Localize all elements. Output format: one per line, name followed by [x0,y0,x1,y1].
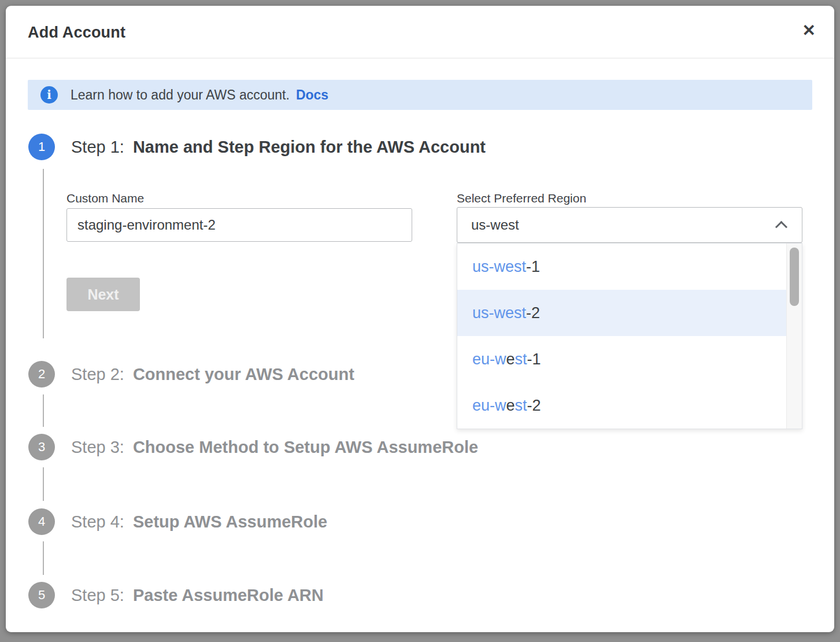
step-3-title: Choose Method to Setup AWS AssumeRole [133,438,478,457]
page-title: Add Account [28,24,125,42]
option-text-segment: -1 [526,258,540,276]
step-1-indicator: 1 [28,134,55,160]
option-text-segment: -2 [526,304,540,322]
step-5-label: Step 5: [71,586,124,605]
step-connector-4 [43,541,44,575]
custom-name-label: Custom Name [66,191,144,205]
option-eu-west-2[interactable]: eu-w e st -2 [457,382,786,429]
dropdown-scrollbar-track[interactable] [786,243,802,429]
option-us-west-1[interactable]: us-west -1 [457,243,786,290]
step-2-title: Connect your AWS Account [133,365,354,384]
step-connector-3 [43,467,44,501]
option-text-segment: st [515,397,527,415]
step-3-label: Step 3: [71,438,124,457]
region-search-input[interactable] [457,208,764,242]
region-option-list: us-west -1 us-west -2 eu-w e st -1 eu-w … [457,243,786,429]
next-button[interactable]: Next [66,278,140,311]
step-5-indicator: 5 [28,582,55,608]
region-combobox[interactable] [457,207,802,243]
docs-link[interactable]: Docs [296,87,328,103]
option-text-segment: us-west [472,304,526,322]
step-connector-1 [43,169,44,338]
step-2-indicator: 2 [28,361,55,388]
option-text-segment: e [506,397,515,415]
step-2-row: 2 Step 2: Connect your AWS Account [28,361,354,388]
option-text-segment: -2 [527,397,541,415]
step-1-title: Name and Step Region for the AWS Account [133,138,486,157]
step-connector-2 [43,394,44,427]
step-1-label: Step 1: [71,138,124,157]
step-4-title: Setup AWS AssumeRole [133,512,327,532]
modal-header: Add Account ✕ [6,6,834,58]
chevron-up-icon[interactable] [775,221,787,233]
step-5-row: 5 Step 5: Paste AssumeRole ARN [28,582,324,608]
info-icon: i [40,86,58,104]
close-icon[interactable]: ✕ [802,23,816,39]
option-text-segment: eu-w [472,397,506,415]
region-label: Select Preferred Region [457,191,586,205]
option-text-segment: eu-w [472,350,506,368]
step-5-title: Paste AssumeRole ARN [133,586,324,605]
option-text-segment: st [515,350,527,368]
custom-name-input[interactable] [66,208,412,242]
banner-text: Learn how to add your AWS account. [71,87,290,103]
option-text-segment: us-west [472,258,526,276]
step-4-indicator: 4 [28,508,55,535]
step-4-row: 4 Step 4: Setup AWS AssumeRole [28,508,327,535]
step-3-row: 3 Step 3: Choose Method to Setup AWS Ass… [28,434,478,460]
option-text-segment: -1 [527,350,541,368]
step-1-row: 1 Step 1: Name and Step Region for the A… [28,134,486,160]
option-eu-west-1[interactable]: eu-w e st -1 [457,336,786,382]
region-dropdown: us-west -1 us-west -2 eu-w e st -1 eu-w … [457,243,802,429]
step-3-indicator: 3 [28,434,55,460]
step-4-label: Step 4: [71,512,124,532]
option-text-segment: e [506,350,515,368]
dropdown-scrollbar-thumb[interactable] [790,248,799,306]
step-2-label: Step 2: [71,365,124,384]
info-banner: i Learn how to add your AWS account. Doc… [28,80,812,110]
option-us-west-2[interactable]: us-west -2 [457,290,786,336]
add-account-modal: Add Account ✕ i Learn how to add your AW… [6,6,834,632]
